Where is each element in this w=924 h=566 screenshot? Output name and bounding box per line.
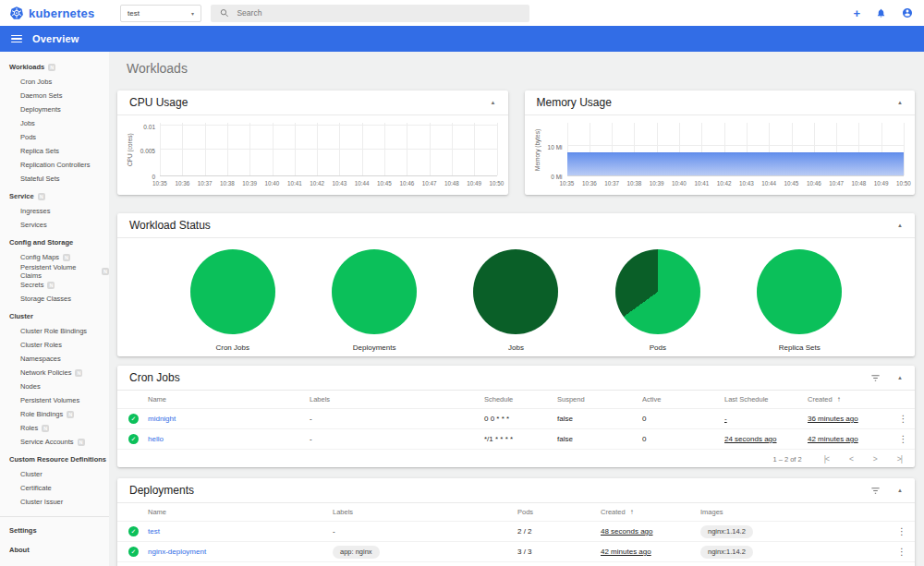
sidebar-item-cluster[interactable]: Cluster (0, 467, 109, 481)
column-header-last-schedule[interactable]: Last Schedule (724, 395, 808, 403)
collapse-icon[interactable]: ▲ (897, 375, 903, 380)
x-gridline (362, 123, 363, 175)
sidebar-item-service-accounts[interactable]: Service AccountsN (0, 435, 109, 449)
cpu-usage-card: CPU Usage ▲ CPU (cores) 00.0050.01 10:35… (117, 90, 508, 195)
search-input[interactable] (237, 8, 520, 18)
sidebar-item-about[interactable]: About (0, 540, 109, 560)
relative-time[interactable]: 24 seconds ago (724, 435, 808, 443)
sidebar-item-certificate[interactable]: Certificate (0, 481, 109, 495)
column-header-name[interactable]: Name (148, 395, 310, 403)
collapse-icon[interactable]: ▲ (897, 223, 903, 228)
collapse-icon[interactable]: ▲ (491, 100, 496, 105)
row-menu-icon[interactable]: ⋮ (889, 526, 915, 536)
last-page-icon[interactable]: >| (897, 454, 902, 464)
column-header-name[interactable]: Name (148, 508, 333, 516)
cell-active: 0 (642, 415, 724, 423)
sidebar-item-settings[interactable]: Settings (0, 521, 109, 540)
sidebar-item-deployments[interactable]: Deployments (0, 102, 109, 116)
y-tick-label: 0 Mi (551, 174, 562, 180)
row-menu-icon[interactable]: ⋮ (892, 434, 915, 444)
namespace-selector[interactable]: test ▾ (120, 5, 201, 22)
sidebar-item-daemon-sets[interactable]: Daemon Sets (0, 89, 109, 102)
resource-name-link[interactable]: nginx-deployment (148, 548, 333, 556)
search-bar[interactable] (211, 5, 529, 22)
create-plus-icon[interactable]: + (853, 8, 860, 18)
sidebar-item-persistent-volume-claims[interactable]: Persistent Volume ClaimsN (0, 264, 109, 278)
column-header-schedule[interactable]: Schedule (484, 395, 557, 403)
sidebar-item-ingresses[interactable]: Ingresses (0, 204, 109, 218)
status-ok-icon: ✓ (128, 414, 139, 424)
pie-chart-label: Jobs (508, 343, 524, 352)
relative-time[interactable]: 48 seconds ago (601, 527, 700, 536)
filter-icon[interactable] (870, 373, 881, 383)
resource-name-link[interactable]: hello (148, 435, 310, 443)
row-menu-icon[interactable]: ⋮ (892, 414, 915, 424)
pager-controls: |<<>>| (824, 454, 902, 464)
x-tick-label: 10:35 (152, 180, 167, 187)
namespaced-badge-icon: N (75, 369, 82, 377)
sidebar-item-stateful-sets[interactable]: Stateful Sets (0, 172, 109, 186)
x-tick-label: 10:42 (717, 180, 732, 187)
bell-icon[interactable] (876, 7, 886, 18)
status-ok-icon: ✓ (128, 547, 139, 557)
sidebar-item-nodes[interactable]: Nodes (0, 379, 109, 393)
sidebar-section-cluster: Cluster (0, 306, 109, 324)
column-header-created[interactable]: Created↑ (808, 395, 892, 403)
cron-jobs-card: Cron Jobs ▲ NameLabelsScheduleSuspendAct… (117, 366, 915, 467)
sidebar-item-cluster-role-bindings[interactable]: Cluster Role Bindings (0, 324, 109, 338)
sidebar-item-secrets[interactable]: SecretsN (0, 278, 109, 292)
x-tick-label: 10:39 (242, 180, 257, 187)
first-page-icon[interactable]: |< (824, 454, 829, 464)
sidebar-item-cluster-issuer[interactable]: Cluster Issuer (0, 495, 109, 509)
sidebar-item-cluster-roles[interactable]: Cluster Roles (0, 338, 109, 352)
previous-page-icon[interactable]: < (849, 454, 853, 464)
filter-icon[interactable] (870, 486, 881, 496)
x-gridline (384, 123, 385, 175)
column-header-suspend[interactable]: Suspend (557, 395, 642, 403)
hamburger-menu-icon[interactable] (11, 35, 22, 43)
table-header-row: NameLabelsPodsCreated↑Images (117, 503, 915, 522)
sidebar-item-services[interactable]: Services (0, 218, 109, 232)
collapse-icon[interactable]: ▲ (897, 488, 903, 493)
resource-name-link[interactable]: midnight (148, 415, 310, 423)
resource-name-link[interactable]: test (148, 527, 333, 536)
x-tick-label: 10:41 (287, 180, 302, 187)
sidebar-item-label: Stateful Sets (20, 175, 60, 183)
x-gridline (295, 123, 296, 175)
column-header-created[interactable]: Created↑ (601, 508, 700, 516)
column-header-active[interactable]: Active (642, 395, 724, 403)
card-title: Deployments (129, 484, 194, 497)
x-tick-label: 10:38 (220, 180, 235, 187)
sidebar-item-roles[interactable]: RolesN (0, 421, 109, 435)
sidebar-item-network-policies[interactable]: Network PoliciesN (0, 366, 109, 379)
sidebar-item-persistent-volumes[interactable]: Persistent Volumes (0, 393, 109, 407)
sidebar-item-storage-classes[interactable]: Storage Classes (0, 292, 109, 306)
sidebar-item-replica-sets[interactable]: Replica Sets (0, 144, 109, 158)
cell-suspend: false (557, 415, 642, 423)
x-tick-label: 10:44 (761, 180, 776, 187)
sidebar-item-cron-jobs[interactable]: Cron Jobs (0, 75, 109, 89)
cpu-chart: CPU (cores) 00.0050.01 10:3510:3610:3710… (117, 115, 508, 193)
x-gridline (452, 123, 453, 175)
column-header-pods[interactable]: Pods (517, 508, 601, 516)
collapse-icon[interactable]: ▲ (897, 100, 903, 105)
sidebar-item-pods[interactable]: Pods (0, 130, 109, 144)
next-page-icon[interactable]: > (873, 454, 877, 464)
column-header-labels[interactable]: Labels (333, 508, 517, 516)
row-menu-icon[interactable]: ⋮ (889, 547, 915, 557)
header-actions: + (853, 7, 913, 18)
sidebar-item-jobs[interactable]: Jobs (0, 116, 109, 130)
sidebar-item-label: Config Maps (20, 253, 59, 261)
relative-time[interactable]: - (724, 415, 808, 423)
sidebar-item-role-bindings[interactable]: Role BindingsN (0, 407, 109, 421)
column-header-images[interactable]: Images (700, 508, 889, 516)
relative-time[interactable]: 42 minutes ago (808, 435, 892, 443)
relative-time[interactable]: 36 minutes ago (808, 415, 892, 423)
sidebar-item-namespaces[interactable]: Namespaces (0, 352, 109, 366)
account-circle-icon[interactable] (902, 7, 913, 18)
memory-plot-area: 10:3510:3610:3710:3810:3910:4010:4110:42… (567, 123, 905, 176)
x-tick-label: 10:46 (399, 180, 414, 187)
sidebar-item-replication-controllers[interactable]: Replication Controllers (0, 158, 109, 172)
relative-time[interactable]: 42 minutes ago (601, 548, 700, 556)
column-header-labels[interactable]: Labels (310, 395, 484, 403)
